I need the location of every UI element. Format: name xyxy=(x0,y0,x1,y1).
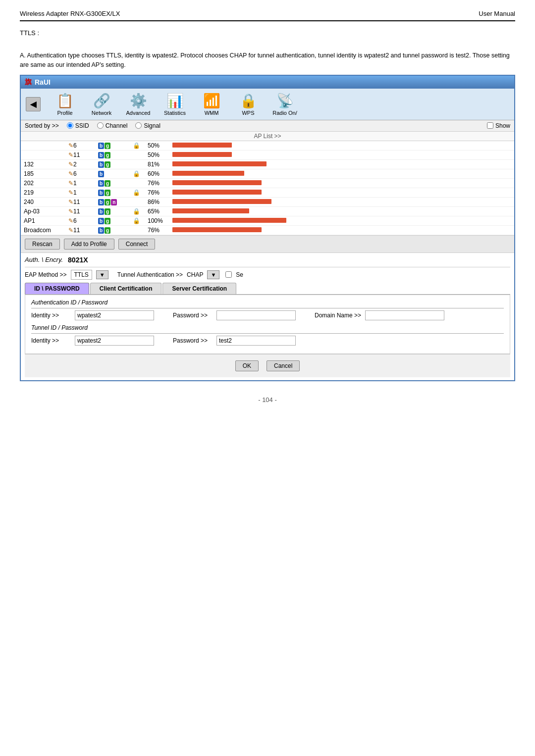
add-to-profile-button[interactable]: Add to Profile xyxy=(64,239,114,250)
ap-signal-pct-cell: 76% xyxy=(145,188,169,197)
tab-row: ID \ PASSWORD Client Certification Serve… xyxy=(25,283,510,295)
eap-dropdown-button[interactable]: ▼ xyxy=(96,270,108,279)
password-input[interactable] xyxy=(216,310,296,320)
lock-icon: 🔒 xyxy=(133,170,140,177)
tab-client-cert[interactable]: Client Certification xyxy=(90,283,162,294)
toolbar-label-network: Network xyxy=(92,110,111,116)
tab-server-cert[interactable]: Server Certification xyxy=(162,283,236,294)
toolbar-item-radio[interactable]: 📡 Radio On/ xyxy=(268,91,302,118)
ap-channel-cell: ✎11 xyxy=(65,206,95,216)
ap-ssid-cell xyxy=(21,141,65,151)
toolbar-item-wmm[interactable]: 📶 WMM xyxy=(194,91,229,118)
ap-signal-bar-cell xyxy=(169,159,514,169)
signal-radio[interactable] xyxy=(135,122,142,129)
table-row[interactable]: AP1✎6bg🔒100% xyxy=(21,216,514,225)
chap-label: CHAP xyxy=(187,271,203,278)
ap-filter-row: Sorted by >> SSID Channel Signal Show xyxy=(21,120,514,132)
raui-flag-icon: 旗 xyxy=(25,78,32,87)
ap-protocol-cell: bgn xyxy=(95,197,130,206)
toolbar-item-statistics[interactable]: 📊 Statistics xyxy=(158,91,192,118)
ap-ssid-cell: 240 xyxy=(21,197,65,206)
channel-radio-label[interactable]: Channel xyxy=(97,122,128,129)
rescan-button[interactable]: Rescan xyxy=(25,239,60,250)
signal-bar xyxy=(172,227,262,232)
table-row[interactable]: ✎6bg🔒50% xyxy=(21,141,514,151)
ap-ssid-cell xyxy=(21,150,65,159)
toolbar: ◀ 📋 Profile 🔗 Network ⚙️ Advanced 📊 Stat… xyxy=(21,89,514,120)
signal-bar xyxy=(172,199,271,204)
toolbar-item-network[interactable]: 🔗 Network xyxy=(84,91,119,118)
ap-signal-pct-cell: 50% xyxy=(145,150,169,159)
cancel-button[interactable]: Cancel xyxy=(267,360,300,371)
tunnel-password-input[interactable] xyxy=(216,336,296,346)
domain-label: Domain Name >> xyxy=(315,312,361,319)
ok-row: OK Cancel xyxy=(25,354,510,377)
ap-channel-cell: ✎6 xyxy=(65,141,95,151)
ap-lock-cell xyxy=(130,150,145,159)
ap-protocol-cell: bg xyxy=(95,141,130,151)
ap-channel-cell: ✎11 xyxy=(65,150,95,159)
signal-radio-label[interactable]: Signal xyxy=(135,122,160,129)
ap-lock-cell: 🔒 xyxy=(130,169,145,178)
ap-lock-cell xyxy=(130,178,145,188)
header-bold: Wireless Adapter xyxy=(20,10,68,17)
sep-line-1 xyxy=(31,308,504,308)
ssid-radio[interactable] xyxy=(67,122,73,129)
ap-lock-cell xyxy=(130,225,145,235)
tunnel-id-group: Tunnel ID / Password Identity >> Passwor… xyxy=(31,324,504,346)
ap-ssid-cell: 185 xyxy=(21,169,65,178)
toolbar-item-wps[interactable]: 🔒 WPS xyxy=(231,91,266,118)
ap-protocol-cell: bg xyxy=(95,150,130,159)
ap-protocol-cell: bg xyxy=(95,159,130,169)
table-row[interactable]: 240✎11bgn86% xyxy=(21,197,514,206)
auth-value: 8021X xyxy=(68,256,88,264)
table-row[interactable]: 219✎1bg🔒76% xyxy=(21,188,514,197)
table-row[interactable]: 185✎6b🔒60% xyxy=(21,169,514,178)
ssid-radio-label[interactable]: SSID xyxy=(67,122,89,129)
signal-bar xyxy=(172,180,262,185)
back-button[interactable]: ◀ xyxy=(26,97,41,111)
button-row: Rescan Add to Profile Connect xyxy=(21,235,514,253)
tunnel-auth-label: Tunnel Authentication >> xyxy=(117,271,183,278)
toolbar-item-profile[interactable]: 📋 Profile xyxy=(48,91,82,118)
tunnel-id-title: Tunnel ID / Password xyxy=(31,324,504,331)
se-checkbox[interactable] xyxy=(225,271,232,278)
ap-protocol-cell: bg xyxy=(95,216,130,225)
ap-signal-pct-cell: 76% xyxy=(145,178,169,188)
wmm-icon: 📶 xyxy=(203,93,220,109)
tab-id-password[interactable]: ID \ PASSWORD xyxy=(25,283,89,294)
statistics-icon: 📊 xyxy=(166,93,184,109)
form-section: Authentication ID / Password Identity >>… xyxy=(25,295,510,354)
wps-icon: 🔒 xyxy=(240,93,257,109)
ttls-label: TTLS : xyxy=(20,29,515,37)
signal-bar xyxy=(172,190,262,195)
table-row[interactable]: Ap-03✎11bg🔒65% xyxy=(21,206,514,216)
connect-button[interactable]: Connect xyxy=(118,239,156,250)
show-label: Show xyxy=(495,122,510,129)
ap-ssid-cell: 219 xyxy=(21,188,65,197)
ap-channel-cell: ✎6 xyxy=(65,216,95,225)
ok-button[interactable]: OK xyxy=(235,360,259,371)
header-right: User Manual xyxy=(479,10,515,17)
domain-input[interactable] xyxy=(365,310,444,320)
table-row[interactable]: 132✎2bg81% xyxy=(21,159,514,169)
description: A. Authentication type chooses TTLS, ide… xyxy=(20,51,515,70)
table-row[interactable]: 202✎1bg76% xyxy=(21,178,514,188)
tunnel-dropdown-button[interactable]: ▼ xyxy=(207,270,219,279)
signal-bar xyxy=(172,208,249,213)
toolbar-item-advanced[interactable]: ⚙️ Advanced xyxy=(121,91,156,118)
table-row[interactable]: Broadcom✎11bg76% xyxy=(21,225,514,235)
password-label: Password >> xyxy=(173,312,213,319)
toolbar-label-radio: Radio On/ xyxy=(272,110,297,116)
identity-input[interactable] xyxy=(75,310,154,320)
show-checkbox[interactable] xyxy=(487,122,493,129)
channel-radio[interactable] xyxy=(97,122,104,129)
ap-signal-pct-cell: 100% xyxy=(145,216,169,225)
raui-titlebar-text: RaUI xyxy=(35,78,51,86)
header-left: Wireless Adapter RNX-G300EX/LX xyxy=(20,10,120,17)
table-row[interactable]: ✎11bg50% xyxy=(21,150,514,159)
tunnel-identity-label: Identity >> xyxy=(31,337,71,344)
lock-icon: 🔒 xyxy=(133,189,140,196)
tunnel-identity-input[interactable] xyxy=(75,336,154,346)
toolbar-label-profile: Profile xyxy=(57,110,72,116)
